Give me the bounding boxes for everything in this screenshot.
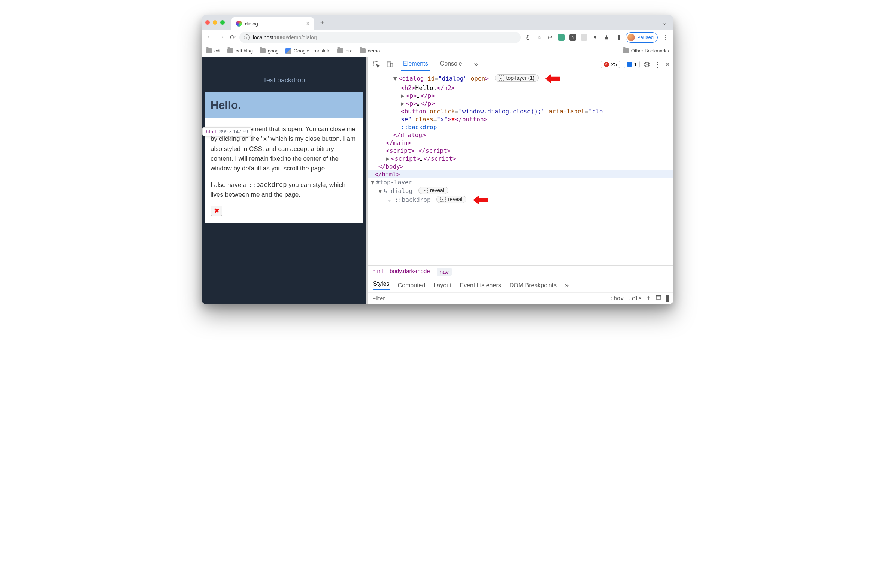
folder-icon [260,48,266,53]
reveal-badge[interactable]: reveal [419,186,448,194]
url-host: localhost [253,34,273,40]
message-icon [627,62,632,67]
profile-chip[interactable]: Paused [626,32,658,43]
computed-styles-icon[interactable] [655,295,662,302]
bookmarks-bar: cdt cdt blog goog Google Translate prd d… [201,45,674,57]
dialog-title: Hello. [210,99,357,112]
reveal-badge[interactable]: reveal [437,195,466,203]
message-counter[interactable]: 1 [624,61,640,68]
bookmark-folder[interactable]: cdt [206,48,221,54]
site-info-icon[interactable]: i [244,34,250,40]
tab-close-icon[interactable]: × [306,21,309,27]
devtools-menu-icon[interactable]: ⋮ [654,60,662,69]
reveal-icon [440,196,446,202]
bookmark-link[interactable]: Google Translate [285,48,331,54]
elements-dom-tree[interactable]: ▼<dialog id="dialog" open> top-layer (1)… [368,72,674,265]
dialog-close-button[interactable]: ✖ [210,206,222,216]
share-icon[interactable] [524,34,531,41]
tab-dom-breakpoints[interactable]: DOM Breakpoints [509,282,557,289]
tab-console[interactable]: Console [438,57,464,71]
tab-styles[interactable]: Styles [373,280,390,290]
extension-icon[interactable]: n [569,34,576,41]
avatar-icon [627,34,635,41]
close-devtools-icon[interactable]: × [665,60,670,69]
styles-overflow-icon[interactable]: » [565,281,569,289]
window-close-icon[interactable] [205,20,210,25]
new-style-rule-icon[interactable]: + [646,294,651,303]
nav-back-button[interactable]: ← [206,33,213,42]
new-tab-button[interactable]: + [317,17,327,28]
bookmark-folder[interactable]: prd [338,48,353,54]
tab-event-listeners[interactable]: Event Listeners [459,282,501,289]
styles-filter-input[interactable] [372,295,605,302]
tab-layout[interactable]: Layout [434,282,451,289]
crumb[interactable]: body.dark-mode [390,268,430,276]
labs-flask-icon[interactable] [603,34,610,41]
dialog-paragraph: I also have a ::backdrop you can style, … [210,180,357,200]
top-layer-badge[interactable]: top-layer (1) [495,74,539,82]
crumb[interactable]: html [372,268,383,276]
url-path: :8080/demo/dialog [273,34,317,40]
reveal-icon [499,75,504,81]
cls-toggle[interactable]: .cls [628,295,642,302]
bookmark-folder[interactable]: cdt blog [227,48,253,54]
test-backdrop-button[interactable]: Test backdrop [263,76,305,84]
toggle-sidebar-icon[interactable] [666,295,669,302]
hov-toggle[interactable]: :hov [610,295,624,302]
nav-forward-button[interactable]: → [218,33,225,42]
content-split: Test backdrop Hello. I'm a dialog elemen… [201,57,674,304]
folder-icon [227,48,233,53]
tabs-overflow-icon[interactable]: » [471,57,480,71]
other-bookmarks[interactable]: Other Bookmarks [623,48,669,54]
folder-icon [338,48,344,53]
top-layer-node[interactable]: #top-layer [376,178,412,186]
inspect-tooltip: html 399 × 147.59 [202,128,251,136]
settings-gear-icon[interactable]: ⚙ [644,60,650,69]
browser-tabstrip: dialog × + ⌄ [201,15,674,30]
device-toolbar-icon[interactable] [385,60,395,69]
devtools-toolbar: Elements Console » 25 1 ⚙ ⋮ × [368,57,674,72]
inspect-selector: html [206,129,216,135]
styles-tabstrip: Styles Computed Layout Event Listeners D… [368,278,674,292]
crumb[interactable]: nav [437,268,452,276]
error-icon [604,62,609,67]
browser-tab[interactable]: dialog × [231,17,314,30]
page-viewport: Test backdrop Hello. I'm a dialog elemen… [201,57,366,304]
folder-icon [206,48,212,53]
error-counter[interactable]: 25 [601,61,620,68]
svg-rect-3 [656,296,661,299]
window-minimize-icon[interactable] [213,20,217,25]
extensions-puzzle-icon[interactable]: ✦ [592,34,599,41]
inspect-element-icon[interactable] [372,60,381,69]
tab-elements[interactable]: Elements [401,57,431,71]
tab-computed[interactable]: Computed [398,282,426,289]
bookmark-star-icon[interactable]: ☆ [536,34,542,41]
bookmark-folder[interactable]: demo [360,48,380,54]
bookmark-folder[interactable]: goog [260,48,279,54]
scissors-icon[interactable]: ✂︎ [547,34,554,41]
tab-favicon-icon [236,21,242,27]
styles-filter-row: :hov .cls + [368,292,674,304]
translate-icon [285,48,291,54]
inspect-dimensions: 399 × 147.59 [219,129,248,135]
dialog-header: Hello. [204,92,363,118]
window-zoom-icon[interactable] [220,20,225,25]
annotation-arrow-icon [545,74,560,84]
browser-window: dialog × + ⌄ ← → ⟳ i localhost:8080/demo… [201,15,674,304]
tabs-dropdown-icon[interactable]: ⌄ [659,17,670,28]
extension-icon[interactable] [558,34,565,41]
dialog-element: Hello. I'm a dialog element that is open… [204,92,363,223]
sidepanel-icon[interactable] [614,34,621,41]
chrome-menu-icon[interactable]: ⋮ [662,34,669,41]
dom-breadcrumbs: html body.dark-mode nav [368,265,674,278]
nav-reload-button[interactable]: ⟳ [230,33,236,42]
address-bar[interactable]: i localhost:8080/demo/dialog [239,32,521,43]
extension-icon[interactable] [581,34,587,41]
folder-icon [623,48,629,53]
profile-label: Paused [637,34,654,40]
annotation-arrow-icon [473,195,488,205]
devtools-panel: Elements Console » 25 1 ⚙ ⋮ × [366,57,674,304]
folder-icon [360,48,366,53]
window-controls [205,20,225,25]
backdrop-pseudo[interactable]: ::backdrop [401,124,437,131]
